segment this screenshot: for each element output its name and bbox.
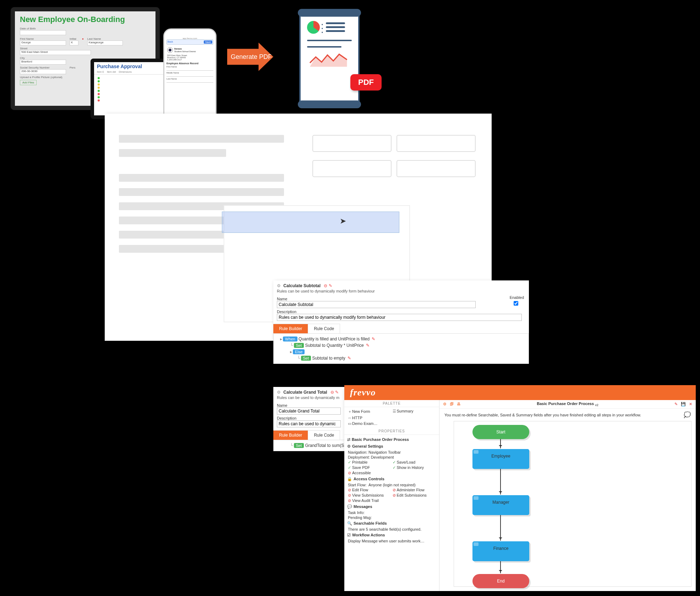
rule-name-input[interactable] <box>277 408 341 415</box>
sidebar: PALETTE ＋New Form ☰Summary ↔HTTP ▭Demo E… <box>344 400 439 591</box>
phone-mockup: app.frevvo.com BackSave frevvoStudent Sc… <box>163 28 217 126</box>
message-icon: 💬 <box>347 504 352 509</box>
toolbar: ⚙ 🗐 🖶 Basic Purchase Order Process v2 ✎ … <box>439 400 696 409</box>
app-titlebar: frevvo <box>344 385 696 400</box>
pdf-document-graphic: PDF <box>288 12 371 115</box>
frevvo-logo: frevvo <box>350 387 376 398</box>
palette-summary[interactable]: ☰Summary <box>392 408 437 415</box>
rule-desc-input[interactable] <box>277 314 522 321</box>
palette-new-form[interactable]: ＋New Form <box>347 408 392 415</box>
lock-icon: 🔒 <box>347 477 352 481</box>
tab-rule-code[interactable]: Rule Code <box>308 430 340 440</box>
tab-rule-builder[interactable]: Rule Builder <box>273 324 308 333</box>
palette-demo[interactable]: ▭Demo Exam… <box>347 421 392 427</box>
frevvo-app-window: frevvo PALETTE ＋New Form ☰Summary ↔HTTP … <box>344 385 696 591</box>
pie-icon <box>307 21 320 34</box>
save-icon[interactable]: 💾 <box>681 402 686 406</box>
edit-icon[interactable]: ✎ <box>348 356 351 361</box>
street-input[interactable]: 500 East Main Street <box>20 50 91 55</box>
workflow-icon: ☑ <box>347 533 351 537</box>
wf-node-end[interactable]: End <box>472 574 529 588</box>
edit-icon[interactable]: ✎ <box>335 390 339 395</box>
initial-input[interactable]: K <box>70 40 78 45</box>
flow-icon: ⇄ <box>347 437 350 442</box>
gear-icon[interactable]: ⚙ <box>443 402 447 406</box>
check-icon: ✓ <box>393 460 396 464</box>
palette-http[interactable]: ↔HTTP <box>347 415 392 421</box>
gear-icon[interactable]: ⚙ <box>277 283 281 288</box>
tablet-title: Purchase Approval <box>94 62 163 71</box>
wf-node-employee[interactable]: Employee <box>472 449 529 469</box>
search-icon: 🔍 <box>347 521 352 525</box>
dob-input[interactable] <box>20 30 66 35</box>
delete-icon[interactable]: ⊖ <box>324 283 327 288</box>
notice-text: You must re-define Searchable, Saved & S… <box>444 413 641 417</box>
wf-node-finance[interactable]: Finance <box>472 541 529 561</box>
first-name-input[interactable]: George <box>20 40 66 45</box>
tablet-mockup: Purchase Approval Item E Item det Dimens… <box>91 59 167 119</box>
device-mockups: New Employee On-Boarding Date of Birth F… <box>11 7 231 124</box>
check-icon: ✓ <box>348 465 351 470</box>
comment-icon[interactable]: 💭 <box>684 411 691 418</box>
close-icon[interactable]: ✕ <box>689 402 692 406</box>
generate-pdf-arrow: Generate PDF <box>227 43 273 71</box>
check-icon: ✓ <box>348 460 351 464</box>
edit-icon[interactable]: ✎ <box>329 283 332 288</box>
enabled-checkbox[interactable] <box>514 301 518 306</box>
check-icon: ✓ <box>393 465 396 470</box>
edit-icon[interactable]: ✎ <box>372 337 375 341</box>
edit-icon[interactable]: ✎ <box>674 402 678 406</box>
rule-panel-subtotal: ⚙ Calculate Subtotal ⊖ ✎ Rules can be us… <box>273 280 529 364</box>
gear-icon[interactable]: ⚙ <box>277 390 281 395</box>
no-icon: ⊘ <box>348 471 351 475</box>
tab-rule-builder[interactable]: Rule Builder <box>273 430 308 440</box>
ssn-input[interactable]: 200-30-3030 <box>20 69 66 74</box>
wf-node-manager[interactable]: Manager <box>472 495 529 515</box>
city-input[interactable]: Branford <box>20 60 66 65</box>
district-logo <box>167 47 173 53</box>
workflow-canvas[interactable]: Start Employee Manager Finance End <box>454 421 691 587</box>
delete-icon[interactable]: ⊖ <box>330 390 334 395</box>
dob-label: Date of Birth <box>20 27 151 30</box>
rule-title: Calculate Subtotal <box>283 283 321 288</box>
add-files-button[interactable]: Add Files <box>20 80 37 85</box>
copy-icon[interactable]: 🗐 <box>450 402 454 406</box>
drag-ghost <box>222 212 399 233</box>
wf-node-start[interactable]: Start <box>472 425 529 439</box>
edit-icon[interactable]: ✎ <box>366 343 370 348</box>
print-icon[interactable]: 🖶 <box>457 402 461 406</box>
gear-icon: ⚙ <box>347 444 351 448</box>
laptop-form-title: New Employee On-Boarding <box>20 15 151 24</box>
tab-rule-code[interactable]: Rule Code <box>308 324 340 333</box>
rule-name-input[interactable] <box>277 301 476 308</box>
last-name-input[interactable]: Karageorge <box>87 40 123 45</box>
rule-desc-input[interactable] <box>277 420 341 427</box>
cursor-icon: ➤ <box>340 217 346 226</box>
pdf-badge: PDF <box>350 74 382 91</box>
rule-title: Calculate Grand Total <box>283 390 327 395</box>
